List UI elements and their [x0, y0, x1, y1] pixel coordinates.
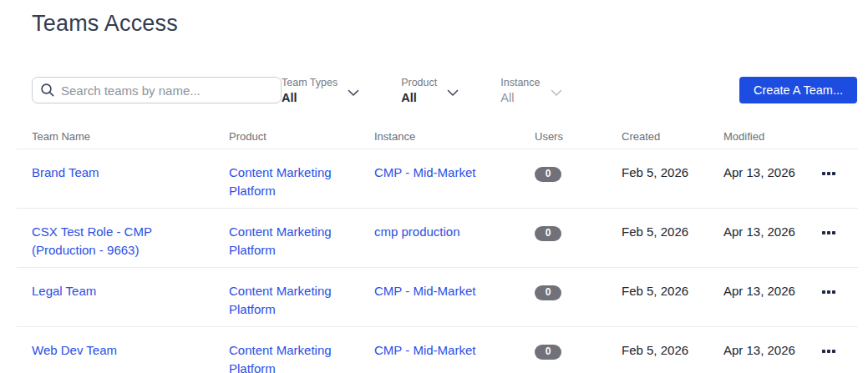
modified-date: Apr 13, 2026 — [723, 341, 820, 360]
product-link[interactable]: Content Marketing Platform — [229, 343, 332, 373]
team-name-link[interactable]: CSX Test Role - CMP (Production - 9663) — [32, 224, 152, 257]
team-name-link[interactable]: Legal Team — [32, 284, 96, 298]
teams-table: Team Name Product Instance Users Created… — [17, 123, 858, 373]
filter-instance[interactable]: Instance All — [500, 77, 561, 105]
created-date: Feb 5, 2026 — [622, 223, 723, 241]
search-box — [32, 77, 282, 103]
row-actions-button[interactable] — [820, 346, 858, 356]
users-count-badge: 0 — [535, 167, 561, 182]
filter-value: All — [401, 90, 437, 105]
product-link[interactable]: Content Marketing Platform — [229, 224, 332, 257]
teams-access-page: Teams Access Team Types All — [0, 10, 868, 373]
column-header-users: Users — [535, 130, 622, 143]
column-header-actions — [820, 130, 858, 143]
modified-date: Apr 13, 2026 — [723, 164, 820, 182]
users-count-badge: 0 — [535, 285, 561, 300]
row-actions-button[interactable] — [820, 228, 858, 238]
ellipsis-icon — [822, 290, 825, 294]
chevron-down-icon — [348, 89, 359, 97]
table-row: Legal Team Content Marketing Platform CM… — [17, 268, 858, 327]
team-name-link[interactable]: Brand Team — [32, 165, 99, 179]
filter-team-types[interactable]: Team Types All — [282, 77, 359, 105]
table-row: Web Dev Team Content Marketing Platform … — [17, 327, 858, 373]
table-row: CSX Test Role - CMP (Production - 9663) … — [17, 209, 858, 268]
table-header-row: Team Name Product Instance Users Created… — [17, 123, 858, 149]
users-count-badge: 0 — [535, 345, 561, 360]
created-date: Feb 5, 2026 — [622, 164, 723, 182]
filter-value: All — [500, 90, 540, 105]
modified-date: Apr 13, 2026 — [723, 223, 820, 241]
filter-label: Instance — [500, 77, 540, 89]
product-link[interactable]: Content Marketing Platform — [229, 165, 332, 198]
product-link[interactable]: Content Marketing Platform — [229, 284, 332, 316]
instance-link[interactable]: CMP - Mid-Market — [374, 165, 475, 179]
instance-link[interactable]: CMP - Mid-Market — [374, 343, 475, 357]
chevron-down-icon — [551, 89, 562, 97]
filter-value: All — [282, 90, 338, 105]
column-header-instance: Instance — [374, 130, 535, 143]
filter-product[interactable]: Product All — [401, 77, 459, 105]
toolbar: Team Types All Product All Insta — [32, 77, 857, 105]
instance-link[interactable]: cmp production — [374, 224, 460, 239]
created-date: Feb 5, 2026 — [622, 341, 723, 360]
filter-product-text: Product All — [401, 77, 437, 105]
ellipsis-icon — [822, 231, 825, 234]
page-title: Teams Access — [32, 10, 868, 37]
created-date: Feb 5, 2026 — [622, 282, 723, 300]
ellipsis-icon — [822, 172, 825, 175]
users-count-badge: 0 — [535, 226, 561, 241]
column-header-created: Created — [622, 130, 723, 143]
table-row: Brand Team Content Marketing Platform CM… — [17, 149, 858, 209]
column-header-product: Product — [229, 130, 374, 143]
search-input[interactable] — [32, 77, 282, 103]
filter-label: Team Types — [282, 77, 338, 89]
column-header-team-name: Team Name — [32, 130, 229, 143]
row-actions-button[interactable] — [820, 169, 858, 179]
filter-label: Product — [401, 77, 437, 89]
ellipsis-icon — [822, 350, 825, 353]
create-team-button[interactable]: Create A Team... — [739, 77, 857, 103]
row-actions-button[interactable] — [820, 287, 858, 297]
chevron-down-icon — [447, 89, 459, 97]
filter-team-types-text: Team Types All — [282, 77, 338, 105]
modified-date: Apr 13, 2026 — [723, 282, 820, 300]
team-name-link[interactable]: Web Dev Team — [32, 343, 117, 357]
instance-link[interactable]: CMP - Mid-Market — [374, 284, 475, 298]
filter-instance-text: Instance All — [500, 77, 540, 105]
column-header-modified: Modified — [723, 130, 820, 143]
